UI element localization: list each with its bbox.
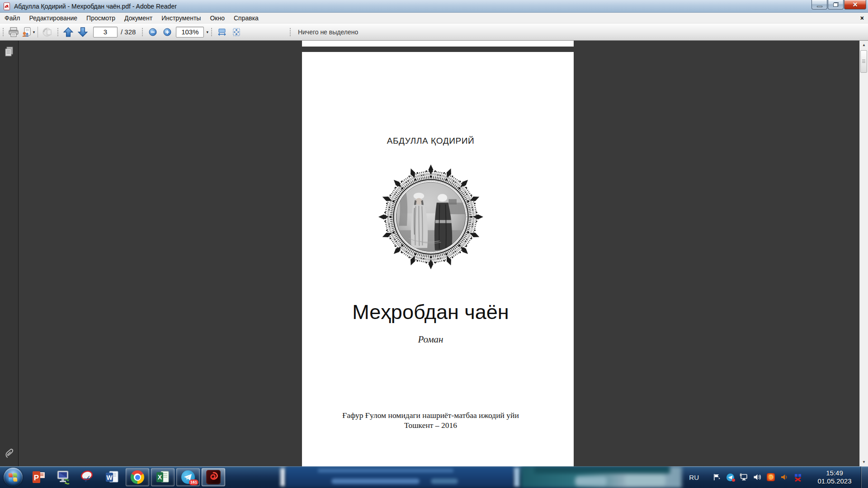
antivirus-icon[interactable] — [766, 473, 775, 482]
restore-button[interactable] — [828, 0, 844, 9]
svg-text:X: X — [158, 474, 162, 481]
network-display-icon[interactable] — [739, 473, 748, 482]
toolbar: ▾ 3 / 328 — [0, 23, 868, 41]
taskbar-remote-desktop-button[interactable] — [52, 468, 75, 486]
city-year-line: Тошкент – 2016 — [295, 421, 566, 430]
svg-text:P: P — [34, 474, 39, 482]
taskbar: P ✂ W — [0, 466, 868, 488]
print-button[interactable] — [6, 25, 21, 39]
vertical-scrollbar[interactable]: ▲ ▼ — [859, 41, 868, 466]
volume-icon[interactable] — [753, 473, 762, 482]
previous-page-button[interactable] — [61, 25, 75, 39]
review-icon-disabled — [42, 27, 53, 38]
tray-time: 15:49 — [811, 469, 858, 477]
pdf-page[interactable]: АБДУЛЛА ҚОДИРИЙ — [302, 52, 574, 466]
toolbar-grip[interactable] — [57, 27, 59, 37]
toolbar-grip[interactable] — [141, 27, 144, 37]
tray-date: 01.05.2023 — [811, 477, 858, 485]
show-desktop-button[interactable] — [861, 466, 868, 488]
taskbar-snipping-tool-button[interactable]: ✂ — [76, 468, 99, 486]
toolbar-grip[interactable] — [210, 27, 213, 37]
publisher-line: Ғафур Ғулом номидаги нашриёт-матбаа ижод… — [295, 411, 566, 420]
menu-edit[interactable]: Редактирование — [24, 13, 82, 23]
svg-text:W: W — [106, 474, 113, 481]
audio-horn-icon[interactable] — [780, 473, 789, 482]
zoom-out-icon — [149, 28, 157, 36]
menu-view[interactable]: Просмотр — [82, 13, 120, 23]
glass-blur-shape — [280, 468, 285, 486]
scroll-down-button[interactable]: ▼ — [860, 458, 868, 466]
scrollbar-thumb[interactable] — [860, 50, 867, 73]
ornament-medallion — [377, 164, 484, 270]
share-icon — [21, 27, 32, 38]
glass-blur-shape — [514, 468, 520, 487]
print-icon — [8, 27, 19, 38]
device-error-icon[interactable] — [793, 473, 802, 482]
taskbar-word-button[interactable]: W — [100, 468, 124, 486]
menu-file[interactable]: Файл — [0, 13, 24, 23]
snipping-tool-icon: ✂ — [80, 470, 95, 484]
toolbar-grip[interactable] — [2, 27, 5, 37]
taskbar-excel-button[interactable]: X — [151, 468, 175, 486]
close-document-icon[interactable]: × — [860, 15, 864, 21]
adobe-reader-icon — [206, 470, 221, 484]
book-author: АБДУЛЛА ҚОДИРИЙ — [295, 136, 566, 146]
minimize-button[interactable] — [811, 0, 827, 9]
telegram-tray-icon[interactable] — [726, 473, 735, 482]
adobe-pdf-file-icon — [3, 2, 11, 10]
scroll-up-button[interactable]: ▲ — [860, 41, 868, 49]
glass-blur-window — [286, 467, 513, 488]
close-icon: ✕ — [853, 1, 858, 8]
fit-width-button[interactable] — [215, 25, 229, 39]
prev-page-icon — [62, 26, 74, 38]
zoom-level-input[interactable]: 103% — [176, 27, 204, 38]
windows-flag-icon — [9, 473, 18, 482]
book-title: Меҳробдан чаён — [295, 300, 566, 324]
taskbar-telegram-button[interactable]: 161 — [176, 468, 200, 486]
remote-desktop-icon — [56, 470, 71, 484]
share-caret-icon: ▾ — [33, 30, 35, 34]
next-page-icon — [77, 26, 89, 38]
clock[interactable]: 15:49 01.05.2023 — [811, 469, 858, 485]
attachments-clip-icon[interactable] — [4, 447, 15, 459]
document-area: АБДУЛЛА ҚОДИРИЙ — [0, 41, 868, 466]
glass-blur-desktop — [521, 466, 682, 488]
telegram-unread-badge: 161 — [189, 479, 198, 485]
excel-icon: X — [156, 470, 170, 484]
toolbar-grip[interactable] — [289, 27, 292, 37]
fit-page-button[interactable] — [229, 25, 244, 39]
document-view[interactable]: АБДУЛЛА ҚОДИРИЙ — [19, 41, 859, 466]
next-page-button[interactable] — [75, 25, 90, 39]
navigation-panel — [0, 41, 19, 466]
window-title: Абдулла Қодирий - Мехробдан чаён.pdf - A… — [14, 3, 177, 10]
book-genre: Роман — [295, 334, 566, 345]
minimize-icon — [817, 6, 822, 7]
menu-document[interactable]: Документ — [120, 13, 157, 23]
chrome-icon — [131, 470, 144, 484]
selection-status-label: Ничего не выделено — [298, 28, 358, 36]
powerpoint-icon: P — [32, 470, 46, 484]
pages-panel-icon[interactable] — [5, 47, 14, 57]
word-icon: W — [105, 470, 119, 484]
share-button[interactable]: ▾ — [21, 25, 35, 39]
system-tray: RU — [689, 466, 868, 488]
zoom-in-button[interactable] — [160, 25, 175, 39]
taskbar-chrome-button[interactable] — [126, 468, 149, 486]
page-total-label: / 328 — [121, 28, 136, 36]
taskbar-powerpoint-button[interactable]: P — [27, 468, 51, 486]
taskbar-adobe-reader-button[interactable] — [202, 468, 225, 486]
zoom-out-button[interactable] — [146, 25, 160, 39]
menu-bar: Файл Редактирование Просмотр Документ Ин… — [0, 13, 868, 23]
menu-window[interactable]: Окно — [205, 13, 229, 23]
previous-page-bottom — [302, 41, 574, 47]
action-center-flag-icon[interactable] — [712, 473, 721, 482]
start-button[interactable] — [4, 468, 23, 487]
page-number-input[interactable]: 3 — [93, 27, 118, 38]
menu-help[interactable]: Справка — [229, 13, 263, 23]
close-button[interactable]: ✕ — [844, 0, 866, 9]
zoom-in-icon — [163, 28, 171, 36]
language-indicator[interactable]: RU — [689, 474, 699, 481]
window-titlebar[interactable]: Абдулла Қодирий - Мехробдан чаён.pdf - A… — [0, 0, 868, 13]
zoom-caret-icon[interactable]: ▾ — [206, 30, 208, 34]
menu-tools[interactable]: Инструменты — [157, 13, 205, 23]
